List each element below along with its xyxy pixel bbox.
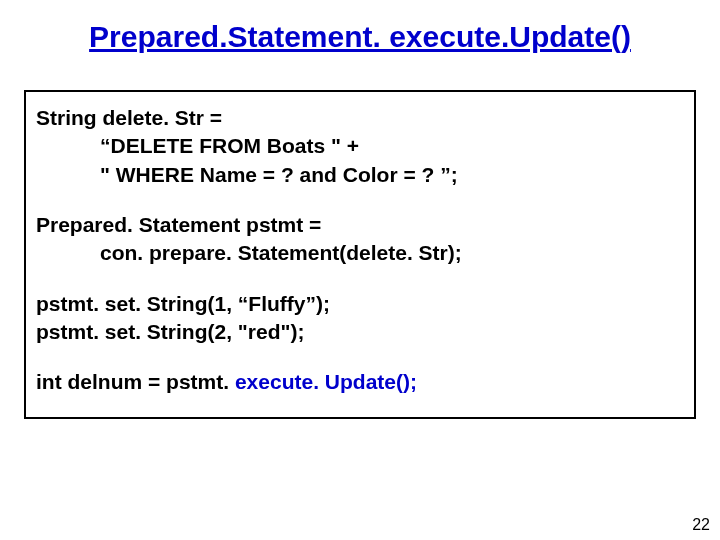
code-block-2: Prepared. Statement pstmt = con. prepare…	[36, 211, 684, 268]
code-line: String delete. Str =	[36, 104, 684, 132]
slide-title: Prepared.Statement. execute.Update()	[0, 20, 720, 54]
code-line: con. prepare. Statement(delete. Str);	[36, 239, 684, 267]
code-line: pstmt. set. String(2, "red");	[36, 318, 684, 346]
code-block-1: String delete. Str = “DELETE FROM Boats …	[36, 104, 684, 189]
page-number: 22	[692, 516, 710, 534]
code-line: “DELETE FROM Boats " +	[36, 132, 684, 160]
code-block-4: int delnum = pstmt. execute. Update();	[36, 368, 684, 396]
highlighted-call: execute. Update();	[235, 370, 417, 393]
code-block-3: pstmt. set. String(1, “Fluffy”); pstmt. …	[36, 290, 684, 347]
code-box: String delete. Str = “DELETE FROM Boats …	[24, 90, 696, 419]
code-line: " WHERE Name = ? and Color = ? ”;	[36, 161, 684, 189]
code-line: Prepared. Statement pstmt =	[36, 211, 684, 239]
code-line: pstmt. set. String(1, “Fluffy”);	[36, 290, 684, 318]
code-line: int delnum = pstmt. execute. Update();	[36, 368, 684, 396]
